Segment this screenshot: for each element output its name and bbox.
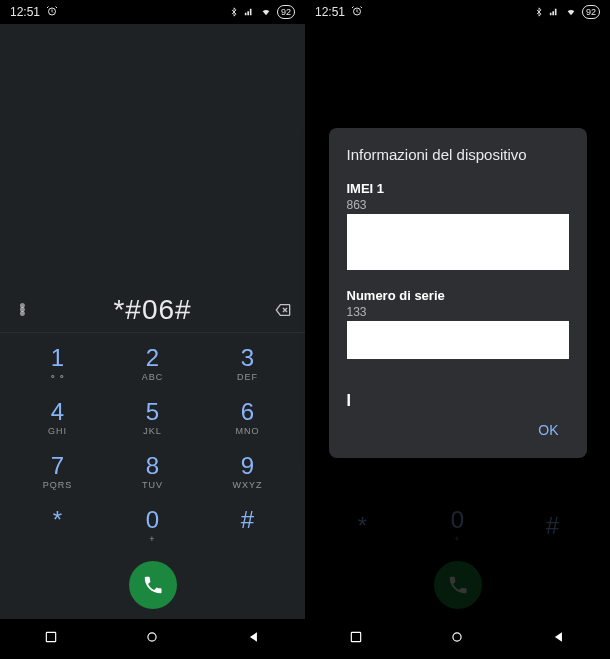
- status-bar: 12:51 92: [0, 0, 305, 24]
- status-time: 12:51: [315, 5, 345, 19]
- dialer: ••• *#06# 1⚬⚬ 2ABC 3DEF 4GHI 5JKL 6MNO 7…: [0, 24, 305, 619]
- key-3[interactable]: 3DEF: [200, 337, 295, 391]
- dial-input[interactable]: *#06#: [36, 294, 269, 326]
- key-4[interactable]: 4GHI: [10, 391, 105, 445]
- battery-indicator: 92: [277, 5, 295, 19]
- signal-icon: [243, 7, 255, 17]
- nav-home[interactable]: [450, 630, 464, 648]
- serial-redaction: [347, 321, 569, 359]
- backspace-button[interactable]: [269, 302, 297, 318]
- key-1[interactable]: 1⚬⚬: [10, 337, 105, 391]
- signal-icon: [548, 7, 560, 17]
- imei-label: IMEI 1: [347, 181, 569, 196]
- status-time: 12:51: [10, 5, 40, 19]
- svg-point-5: [453, 633, 461, 641]
- key-7[interactable]: 7PQRS: [10, 445, 105, 499]
- left-screen: 12:51 92 ••• *#06# 1⚬⚬ 2ABC 3DEF: [0, 0, 305, 659]
- call-button: [434, 561, 482, 609]
- key-0: 0+: [410, 499, 505, 553]
- key-6[interactable]: 6MNO: [200, 391, 295, 445]
- key-hash: #: [505, 499, 600, 553]
- nav-back[interactable]: [247, 630, 261, 648]
- serial-value: 133: [347, 305, 569, 319]
- svg-rect-4: [351, 632, 360, 641]
- key-star: *: [315, 499, 410, 553]
- wifi-icon: [564, 7, 578, 17]
- key-8[interactable]: 8TUV: [105, 445, 200, 499]
- nav-bar: [305, 619, 610, 659]
- imei-redaction: [347, 214, 569, 270]
- nav-bar: [0, 619, 305, 659]
- imei-value: 863: [347, 198, 569, 212]
- alarm-icon: [351, 5, 363, 20]
- svg-point-2: [148, 633, 156, 641]
- nav-home[interactable]: [145, 630, 159, 648]
- bluetooth-icon: [534, 6, 544, 18]
- key-9[interactable]: 9WXYZ: [200, 445, 295, 499]
- call-button[interactable]: [129, 561, 177, 609]
- overflow-menu[interactable]: •••: [8, 304, 36, 316]
- device-info-dialog: Informazioni del dispositivo IMEI 1 863 …: [329, 128, 587, 458]
- wifi-icon: [259, 7, 273, 17]
- key-0[interactable]: 0+: [105, 499, 200, 553]
- status-bar: 12:51 92: [305, 0, 610, 24]
- nav-back[interactable]: [552, 630, 566, 648]
- dialog-title: Informazioni del dispositivo: [347, 146, 569, 163]
- svg-rect-1: [46, 632, 55, 641]
- nav-recent[interactable]: [349, 630, 363, 648]
- dial-input-row: ••• *#06#: [0, 288, 305, 333]
- ok-button[interactable]: OK: [528, 416, 568, 444]
- key-5[interactable]: 5JKL: [105, 391, 200, 445]
- nav-recent[interactable]: [44, 630, 58, 648]
- battery-indicator: 92: [582, 5, 600, 19]
- bluetooth-icon: [229, 6, 239, 18]
- alarm-icon: [46, 5, 58, 20]
- key-hash[interactable]: #: [200, 499, 295, 553]
- right-screen: 12:51 92 * 0+ # I: [305, 0, 610, 659]
- key-2[interactable]: 2ABC: [105, 337, 200, 391]
- key-star[interactable]: *: [10, 499, 105, 553]
- keypad: 1⚬⚬ 2ABC 3DEF 4GHI 5JKL 6MNO 7PQRS 8TUV …: [0, 333, 305, 555]
- third-field-caret: I: [347, 392, 569, 410]
- serial-label: Numero di serie: [347, 288, 569, 303]
